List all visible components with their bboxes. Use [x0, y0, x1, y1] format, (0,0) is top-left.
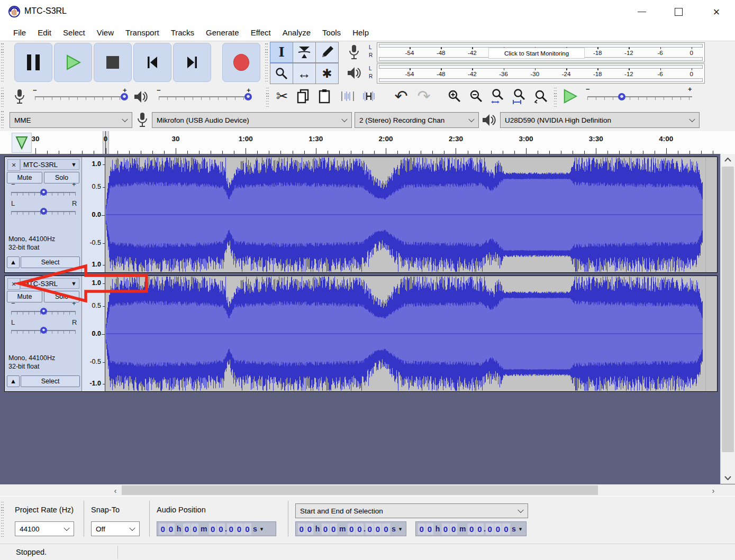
recording-volume-slider-thumb[interactable]: [121, 93, 128, 100]
toolbar-grip[interactable]: [1, 43, 4, 83]
timefield-segment[interactable]: 0: [348, 524, 355, 535]
toolbar-grip[interactable]: [1, 501, 4, 538]
skip-to-end-button[interactable]: [173, 43, 211, 82]
scroll-up-button[interactable]: [721, 154, 735, 166]
timefield-segment[interactable]: 0: [476, 524, 483, 535]
timefield-segment[interactable]: 0: [442, 524, 449, 535]
timefield-segment[interactable]: m: [338, 525, 347, 533]
selection-end-field[interactable]: 00h00m00.000s▾: [415, 521, 527, 536]
timefield-segment[interactable]: h: [314, 525, 322, 533]
track-2-pan-thumb[interactable]: [40, 327, 47, 334]
track-2-gain-slider[interactable]: [11, 308, 76, 316]
timefield-segment[interactable]: 0: [306, 524, 313, 535]
menu-item-file[interactable]: File: [7, 26, 32, 39]
horizontal-scroll-thumb[interactable]: [122, 485, 598, 495]
maximize-button[interactable]: [664, 0, 693, 24]
horizontal-scrollbar[interactable]: ‹ ›: [0, 484, 720, 496]
timefield-segment[interactable]: .: [364, 525, 366, 533]
timefield-segment[interactable]: h: [175, 525, 183, 533]
audio-position-field[interactable]: 00h00m00.000s▾: [157, 521, 276, 536]
copy-button[interactable]: [293, 86, 313, 106]
paste-button[interactable]: [314, 86, 334, 106]
recording-volume-slider[interactable]: [35, 93, 127, 102]
track-2-gain-thumb[interactable]: [40, 308, 47, 315]
toolbar-grip[interactable]: [1, 111, 4, 130]
playback-volume-slider-thumb[interactable]: [244, 93, 252, 100]
track-1-select-button[interactable]: Select: [21, 256, 80, 268]
scroll-left-button[interactable]: ‹: [110, 484, 121, 496]
menu-item-view[interactable]: View: [91, 26, 120, 39]
playback-volume-slider[interactable]: [159, 93, 251, 102]
toolbar-grip[interactable]: [553, 87, 557, 107]
track-1-vertical-ruler[interactable]: 1.00.50.0-0.51.0: [82, 157, 105, 272]
timefield-segment[interactable]: h: [434, 525, 442, 533]
timefield-dropdown-icon[interactable]: ▾: [260, 526, 264, 533]
timefield-segment[interactable]: 0: [243, 524, 251, 535]
recording-device-dropdown[interactable]: Mikrofon (USB Audio Device): [152, 112, 352, 128]
track-1-collapse-button[interactable]: ▲: [7, 256, 20, 268]
timefield-dropdown-icon[interactable]: ▾: [399, 526, 402, 533]
timefield-segment[interactable]: 0: [494, 524, 502, 535]
track-1-gain-slider[interactable]: [11, 189, 76, 197]
menu-item-tracks[interactable]: Tracks: [165, 26, 200, 39]
play-speed-slider[interactable]: [587, 93, 692, 102]
menu-item-edit[interactable]: Edit: [32, 26, 57, 39]
undo-button[interactable]: ↶: [390, 86, 412, 106]
toolbar-grip[interactable]: [1, 87, 4, 107]
vertical-scroll-thumb[interactable]: [722, 167, 734, 452]
timefield-segment[interactable]: 0: [183, 524, 190, 535]
menu-item-analyze[interactable]: Analyze: [277, 26, 316, 39]
menu-item-select[interactable]: Select: [57, 26, 91, 39]
menu-item-generate[interactable]: Generate: [200, 26, 245, 39]
minimize-button[interactable]: [627, 0, 657, 24]
track-2-pan-slider[interactable]: [11, 327, 76, 335]
envelope-tool-button[interactable]: [293, 42, 316, 63]
track-2-waveform[interactable]: [105, 276, 717, 391]
vertical-scrollbar[interactable]: [720, 154, 735, 484]
draw-tool-button[interactable]: [315, 42, 339, 63]
scroll-down-button[interactable]: [721, 472, 735, 484]
pinned-play-head-button[interactable]: [12, 133, 32, 153]
track-2-select-button[interactable]: Select: [21, 375, 80, 387]
track-1-title-menu[interactable]: MTC-S3RL▼: [20, 159, 79, 170]
timefield-segment[interactable]: .: [484, 525, 486, 533]
timefield-segment[interactable]: 0: [486, 524, 493, 535]
recording-meter[interactable]: -54-48-42-36-30-24-18-12-60 Click to Sta…: [377, 42, 705, 62]
playback-device-dropdown[interactable]: U28D590 (NVIDIA High Definition: [500, 112, 700, 128]
timefield-segment[interactable]: 0: [217, 524, 224, 535]
track-1-gain-thumb[interactable]: [40, 189, 47, 196]
timefield-segment[interactable]: .: [225, 525, 227, 533]
track-2-vertical-ruler[interactable]: 1.00.50.0-0.5-1.0: [82, 276, 105, 391]
timefield-segment[interactable]: s: [390, 525, 397, 533]
project-rate-dropdown[interactable]: 44100: [15, 521, 74, 536]
silence-audio-button[interactable]: [359, 86, 379, 106]
track-2-close-button[interactable]: ×: [7, 278, 20, 290]
track-1-close-button[interactable]: ×: [7, 159, 20, 171]
timefield-segment[interactable]: 0: [191, 524, 198, 535]
menu-item-help[interactable]: Help: [347, 26, 375, 39]
timefield-segment[interactable]: s: [251, 525, 259, 533]
timefield-segment[interactable]: 0: [235, 524, 243, 535]
timefield-segment[interactable]: m: [199, 525, 208, 533]
menu-item-transport[interactable]: Transport: [120, 26, 165, 39]
timefield-segment[interactable]: 0: [322, 524, 329, 535]
timefield-dropdown-icon[interactable]: ▾: [519, 526, 522, 533]
timefield-segment[interactable]: 0: [418, 524, 425, 535]
selection-tool-button[interactable]: I: [270, 42, 293, 63]
timefield-segment[interactable]: 0: [227, 524, 234, 535]
timefield-segment[interactable]: 0: [209, 524, 216, 535]
timefield-segment[interactable]: 0: [366, 524, 373, 535]
close-button[interactable]: ×: [702, 0, 731, 24]
record-meter-mic-icon[interactable]: [348, 44, 360, 60]
timefield-segment[interactable]: 0: [426, 524, 433, 535]
fit-selection-button[interactable]: [487, 86, 508, 106]
time-shift-tool-button[interactable]: ↔: [293, 63, 316, 84]
track-1-pan-thumb[interactable]: [40, 208, 47, 215]
timefield-segment[interactable]: 0: [330, 524, 337, 535]
track-1-waveform[interactable]: [105, 157, 717, 272]
multi-tool-button[interactable]: ✱: [315, 63, 339, 84]
timefield-segment[interactable]: 0: [159, 524, 167, 535]
timefield-segment[interactable]: 0: [298, 524, 305, 535]
playback-meter[interactable]: -54-48-42-36-30-24-18-12-60: [377, 63, 705, 84]
zoom-tool-button[interactable]: [270, 63, 293, 84]
